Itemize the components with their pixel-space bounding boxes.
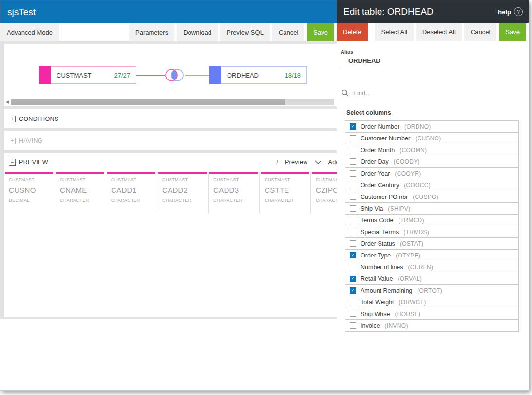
- preview-column-table: CUSTMAST: [162, 178, 208, 182]
- scrollbar-thumb[interactable]: [11, 99, 285, 105]
- column-list-item[interactable]: Customer PO nbr (CUSPO): [345, 191, 519, 203]
- column-list-item[interactable]: Order Status (OSTAT): [345, 237, 519, 250]
- column-checkbox[interactable]: [350, 182, 356, 188]
- column-checkbox[interactable]: ✓: [350, 123, 356, 130]
- column-list-item[interactable]: Order Century (COOCC): [345, 179, 519, 191]
- column-list-item[interactable]: Total Weight (ORWGT): [345, 296, 519, 308]
- column-checkbox[interactable]: [350, 240, 356, 247]
- column-list-item[interactable]: ✓ Retail Value (ORVAL): [345, 273, 519, 285]
- column-list-item[interactable]: ✓ Order Number (ORDNO): [345, 120, 519, 133]
- conditions-section-header[interactable]: CONDITIONS: [4, 109, 337, 128]
- preview-column-table: CUSTMAST: [9, 178, 55, 182]
- help-link[interactable]: help: [498, 8, 511, 16]
- column-label: Ship Via: [361, 205, 383, 212]
- column-list-item[interactable]: Order Month (COOMN): [345, 144, 519, 156]
- save-edit-button[interactable]: Save: [499, 23, 526, 41]
- having-label: HAVING: [19, 138, 43, 144]
- column-list-item[interactable]: Order Year (COOYR): [345, 167, 519, 179]
- find-input[interactable]: [352, 89, 500, 97]
- column-code: (OTYPE): [396, 252, 420, 259]
- preview-sql-button[interactable]: Preview SQL: [220, 23, 270, 41]
- builder-content: CUSTMAST 27/27: [0, 41, 337, 319]
- query-title: sjsTest: [7, 7, 36, 18]
- alias-input[interactable]: ORDHEAD: [348, 57, 518, 68]
- column-checkbox[interactable]: [350, 229, 356, 235]
- preview-column[interactable]: CUSTMAST CUSNO DECIMAL: [4, 172, 55, 214]
- preview-section: PREVIEW / Preview Add c CUSTMAST CUSNO D…: [4, 153, 337, 317]
- chevron-down-icon[interactable]: [315, 160, 322, 164]
- column-code: (TRMCD): [398, 217, 424, 224]
- table-node-ordhead[interactable]: ORDHEAD 18/18: [209, 66, 307, 84]
- column-list-item[interactable]: Ship Whse (HOUSE): [345, 308, 519, 320]
- column-checkbox[interactable]: ✓: [350, 276, 356, 282]
- column-checkbox[interactable]: ✓: [350, 252, 356, 258]
- select-all-button[interactable]: Select All: [375, 23, 413, 41]
- left-panel-bottom-space: [0, 319, 337, 390]
- add-column-button[interactable]: Add c: [328, 159, 337, 166]
- preview-column[interactable]: CUSTMAST CZIPC CHARACTER: [311, 172, 337, 214]
- column-code: (COODY): [394, 158, 420, 165]
- column-label: Customer Number: [361, 135, 410, 142]
- preview-column[interactable]: CUSTMAST CNAME CHARACTER: [55, 172, 106, 214]
- column-checkbox[interactable]: ✓: [350, 287, 356, 294]
- column-list-item[interactable]: ✓ Order Type (OTYPE): [345, 249, 519, 261]
- scroll-left-arrow-icon[interactable]: ◀: [4, 99, 11, 105]
- preview-column-table: CUSTMAST: [265, 178, 310, 182]
- column-list-item[interactable]: Number of lines (CURLN): [345, 261, 519, 273]
- column-checkbox[interactable]: [350, 194, 356, 200]
- column-checkbox[interactable]: [350, 170, 356, 177]
- expand-icon[interactable]: [9, 138, 16, 144]
- column-label: Invoice: [361, 322, 380, 329]
- column-label: Special Terms: [361, 229, 399, 236]
- column-list-item[interactable]: ✓ Amount Remaining (ORTOT): [345, 284, 519, 296]
- column-checkbox[interactable]: [350, 205, 356, 212]
- cancel-edit-button[interactable]: Cancel: [464, 23, 496, 41]
- column-list-item[interactable]: Customer Number (CUSNO): [345, 132, 519, 144]
- scrollbar-track[interactable]: [11, 99, 334, 105]
- save-button[interactable]: Save: [307, 23, 334, 41]
- column-checkbox[interactable]: [350, 322, 356, 329]
- column-list-item[interactable]: Order Day (COODY): [345, 156, 519, 168]
- collapse-icon[interactable]: [9, 159, 16, 166]
- column-code: (CURLN): [408, 264, 433, 271]
- preview-column-type: CHARACTER: [111, 198, 157, 203]
- preview-column[interactable]: CUSTMAST CADD3 CHARACTER: [209, 172, 260, 214]
- column-checkbox[interactable]: [350, 311, 356, 317]
- column-checkbox[interactable]: [350, 147, 356, 153]
- column-list-item[interactable]: Ship Via (SHIPV): [345, 202, 519, 215]
- preview-column-field: CZIPC: [316, 186, 337, 194]
- column-list-item[interactable]: Invoice (INVNO): [345, 319, 519, 332]
- column-label: Amount Remaining: [361, 287, 412, 294]
- column-checkbox[interactable]: [350, 158, 356, 165]
- column-checkbox[interactable]: [350, 135, 356, 141]
- column-checkbox[interactable]: [350, 217, 356, 223]
- horizontal-scrollbar[interactable]: ◀: [4, 99, 334, 105]
- delete-button[interactable]: Delete: [337, 23, 368, 41]
- preview-mode-select[interactable]: Preview: [285, 159, 308, 166]
- column-label: Order Status: [361, 240, 395, 247]
- advanced-mode-button[interactable]: Advanced Mode: [0, 23, 59, 41]
- column-list-item[interactable]: Special Terms (TRMDS): [345, 226, 519, 238]
- having-section-header[interactable]: HAVING: [4, 131, 337, 150]
- cancel-button[interactable]: Cancel: [272, 23, 304, 41]
- table-node-custmast[interactable]: CUSTMAST 27/27: [39, 66, 136, 84]
- join-venn-icon[interactable]: [162, 65, 187, 85]
- column-checkbox[interactable]: [350, 299, 356, 305]
- column-label: Order Day: [361, 158, 389, 165]
- divider-slash: /: [276, 159, 278, 166]
- deselect-all-button[interactable]: Deselect All: [416, 23, 462, 41]
- preview-column[interactable]: CUSTMAST CADD1 CHARACTER: [106, 172, 157, 214]
- column-checkbox[interactable]: [350, 264, 356, 270]
- find-field[interactable]: [341, 89, 518, 100]
- preview-column[interactable]: CUSTMAST CADD2 CHARACTER: [157, 172, 209, 214]
- preview-label: PREVIEW: [19, 159, 48, 166]
- help-question-icon[interactable]: ?: [514, 7, 523, 16]
- parameters-button[interactable]: Parameters: [129, 23, 174, 41]
- column-label: Ship Whse: [361, 311, 390, 317]
- column-code: (CUSPO): [413, 194, 438, 200]
- preview-column[interactable]: CUSTMAST CSTTE CHARACTER: [260, 172, 311, 214]
- download-button[interactable]: Download: [177, 23, 218, 41]
- preview-section-header[interactable]: PREVIEW / Preview Add c: [4, 153, 337, 172]
- column-list-item[interactable]: Terms Code (TRMCD): [345, 214, 519, 226]
- expand-icon[interactable]: [9, 116, 16, 122]
